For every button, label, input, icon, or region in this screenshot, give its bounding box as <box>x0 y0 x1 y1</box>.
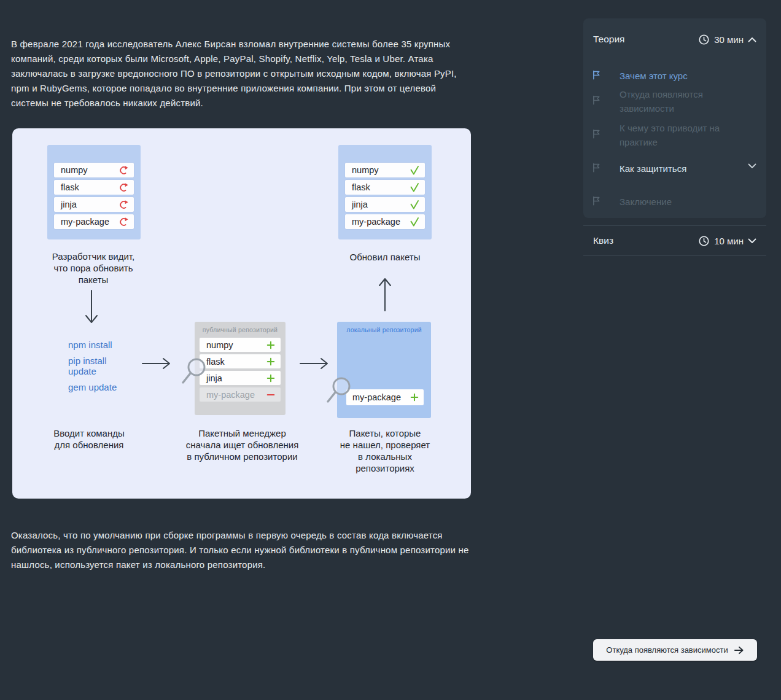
plus-icon <box>266 357 276 367</box>
local-repo-title: локальный репозиторий <box>337 326 431 333</box>
package-name: numpy <box>61 165 88 175</box>
package-name: my-package <box>352 217 400 227</box>
repo-row: jinja <box>200 371 281 385</box>
theory-duration: 30 мин <box>714 34 744 45</box>
repo-row: flask <box>200 354 281 368</box>
package-row: numpy <box>345 163 425 177</box>
flag-icon <box>591 128 602 139</box>
command: npm install <box>68 340 132 350</box>
package-row: flask <box>54 180 134 195</box>
check-icon <box>410 182 420 193</box>
flag-icon <box>591 69 602 80</box>
package-name: numpy <box>206 340 233 350</box>
clock-icon <box>698 34 710 45</box>
arrow-right-icon <box>141 356 172 371</box>
package-name: flask <box>206 357 225 367</box>
quiz-duration: 10 мин <box>714 236 744 246</box>
package-row: flask <box>345 180 425 195</box>
update-commands: npm install pip install update gem updat… <box>68 340 132 398</box>
caption-commands: Вводит команды для обновления <box>28 427 150 451</box>
package-row: my-package <box>54 214 134 229</box>
plus-icon <box>266 373 276 383</box>
theory-section: Теория 30 мин Зачем этот курс Откуда поя… <box>583 18 766 218</box>
sidebar-item-where-deps-come-from[interactable]: Откуда появляются зависимости <box>583 87 766 115</box>
clock-icon <box>698 235 710 247</box>
sidebar-item-why-this-course[interactable]: Зачем этот курс <box>583 69 766 83</box>
package-name: my-package <box>206 390 255 400</box>
outro-paragraph: Оказалось, что по умолчанию при сборке п… <box>11 528 473 572</box>
dev-packages-box: numpy flask jinja my-package <box>47 145 141 239</box>
chevron-down-icon <box>748 163 756 169</box>
public-repo-box: публичный репозиторий numpy flask jinja … <box>195 322 286 415</box>
magnifier-icon <box>325 376 352 404</box>
refresh-icon <box>119 165 129 176</box>
chevron-down-icon <box>748 238 756 244</box>
package-name: numpy <box>352 165 379 175</box>
repo-row-missing: my-package <box>200 387 281 402</box>
theory-section-header[interactable]: Теория 30 мин <box>583 32 766 47</box>
arrow-down-icon <box>81 289 102 325</box>
package-row: jinja <box>54 197 134 212</box>
sidebar-item-label: Зачем этот курс <box>620 69 688 83</box>
check-icon <box>410 217 420 227</box>
next-lesson-button[interactable]: Откуда появляются зависимости <box>593 639 757 661</box>
package-name: jinja <box>206 373 222 383</box>
updated-packages-box: numpy flask jinja my-package <box>338 145 432 239</box>
package-name: my-package <box>352 392 401 402</box>
refresh-icon <box>119 182 129 193</box>
repo-row: numpy <box>200 338 281 352</box>
sidebar-item-what-it-leads-to[interactable]: К чему это приводит на практике <box>583 121 766 149</box>
check-icon <box>410 200 420 210</box>
package-name: flask <box>352 182 370 192</box>
quiz-section-header[interactable]: Квиз 10 мин <box>583 225 766 256</box>
package-row: numpy <box>54 163 134 177</box>
package-name: jinja <box>352 200 368 209</box>
plus-icon <box>410 392 419 402</box>
caption-public-repo: Пакетный менеджер сначала ищет обновлени… <box>179 427 305 462</box>
plus-icon <box>266 340 276 350</box>
flag-icon <box>591 195 602 206</box>
caption-updated: Обновил пакеты <box>324 251 446 263</box>
flag-icon <box>591 95 602 106</box>
theory-title: Теория <box>593 34 625 45</box>
sidebar-item-label: Заключение <box>620 195 672 209</box>
package-name: flask <box>61 182 79 192</box>
chevron-up-icon <box>748 37 756 42</box>
diagram-panel: numpy flask jinja my-package Разработчик… <box>12 128 471 499</box>
package-row: my-package <box>345 214 425 229</box>
check-icon <box>410 165 420 176</box>
sidebar-item-label: К чему это приводит на практике <box>620 121 733 149</box>
package-name: my-package <box>61 217 109 227</box>
intro-paragraph: В феврале 2021 года исследователь Алекс … <box>11 37 468 111</box>
package-name: jinja <box>61 200 77 209</box>
sidebar-item-label: Как защититься <box>620 161 686 176</box>
repo-row: my-package <box>346 389 424 405</box>
sidebar-item-how-to-protect[interactable]: Как защититься <box>583 161 766 176</box>
minus-icon <box>266 390 276 400</box>
command: gem update <box>68 382 132 392</box>
next-lesson-label: Откуда появляются зависимости <box>606 645 728 655</box>
arrow-up-icon <box>375 276 395 312</box>
sidebar-item-conclusion[interactable]: Заключение <box>583 195 766 209</box>
caption-developer: Разработчик видит, что пора обновить пак… <box>32 251 155 286</box>
flag-icon <box>591 162 602 173</box>
magnifier-icon <box>181 357 208 385</box>
public-repo-title: публичный репозиторий <box>195 326 286 333</box>
arrow-right-icon <box>299 356 330 371</box>
refresh-icon <box>119 217 129 227</box>
refresh-icon <box>119 200 129 210</box>
quiz-title: Квиз <box>593 235 613 246</box>
sidebar-item-label: Откуда появляются зависимости <box>620 87 730 115</box>
command: pip install update <box>68 356 132 376</box>
arrow-right-icon <box>734 645 744 655</box>
caption-local-repo: Пакеты, которые не нашел, проверяет в ло… <box>327 427 443 474</box>
package-row: jinja <box>345 197 425 212</box>
